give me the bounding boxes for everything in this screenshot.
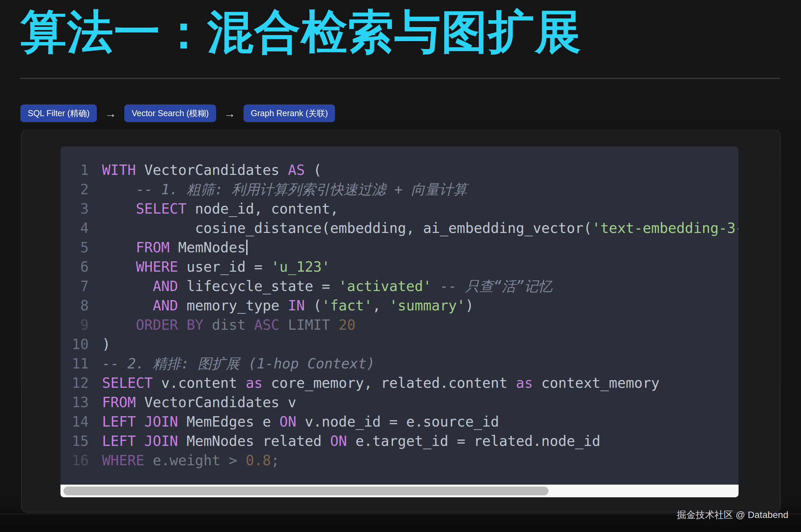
code-line: 1WITH VectorCandidates AS ( — [72, 160, 739, 180]
code-token: ( — [305, 162, 322, 178]
code-token: e.target_id = related.node_id — [347, 433, 601, 449]
code-token: VectorCandidates v — [136, 394, 296, 411]
code-editor[interactable]: 1WITH VectorCandidates AS (2 -- 1. 粗筛: 利… — [60, 147, 739, 497]
code-token — [102, 239, 136, 256]
code-line: 15LEFT JOIN MemNodes related ON e.target… — [72, 432, 739, 451]
code-token: AND — [153, 278, 178, 294]
code-token: node_id, content, — [186, 201, 339, 217]
code-token: 20 — [339, 317, 356, 333]
code-token: as — [245, 375, 262, 391]
code-line: 6 WHERE user_id = 'u_123' — [72, 257, 739, 277]
line-number: 5 — [72, 238, 89, 257]
code-line: 10) — [72, 335, 739, 354]
code-lines: 1WITH VectorCandidates AS (2 -- 1. 粗筛: 利… — [60, 147, 739, 484]
code-token: AND — [153, 297, 178, 314]
code-token: MemEdges e — [178, 414, 279, 430]
code-token: -- 2. 精排: 图扩展 (1-hop Context) — [102, 356, 375, 372]
line-number: 6 — [72, 257, 89, 277]
code-token — [102, 259, 136, 275]
code-token — [136, 433, 144, 449]
code-token: v.content — [153, 375, 245, 391]
line-number: 7 — [72, 277, 89, 296]
code-token: 0.8 — [245, 452, 271, 469]
code-token — [102, 297, 153, 314]
code-line: 2 -- 1. 粗筛: 利用计算列索引快速过滤 + 向量计算 — [72, 180, 739, 199]
slide: 算法一：混合检索与图扩展 SQL Filter (精确)→Vector Sear… — [0, 0, 801, 532]
pipeline-row: SQL Filter (精确)→Vector Search (模糊)→Graph… — [20, 104, 335, 122]
code-token: SELECT — [136, 201, 187, 217]
code-token: JOIN — [144, 433, 178, 449]
code-token: ; — [271, 452, 279, 469]
code-line: 11-- 2. 精排: 图扩展 (1-hop Context) — [72, 354, 739, 374]
code-token: e.weight > — [144, 452, 245, 469]
code-token: BY — [186, 317, 203, 333]
code-token: cosine_distance(embedding, ai_embedding_… — [102, 220, 592, 236]
line-number: 10 — [72, 335, 89, 354]
code-token: WHERE — [102, 452, 144, 469]
code-token: 'text-embedding-3-s — [592, 220, 739, 236]
code-token: FROM — [136, 239, 170, 256]
arrow-right-icon: → — [224, 108, 236, 119]
code-token: ) — [102, 336, 111, 353]
footer-credit: 掘金技术社区 @ Databend — [677, 509, 788, 521]
code-token: LEFT — [102, 433, 136, 449]
title-divider — [20, 78, 780, 79]
code-token — [136, 414, 144, 430]
code-panel: 1WITH VectorCandidates AS (2 -- 1. 粗筛: 利… — [21, 130, 781, 513]
code-token — [432, 278, 440, 294]
code-line: 13FROM VectorCandidates v — [72, 393, 739, 412]
code-token: core_memory, related.content — [262, 375, 516, 391]
horizontal-scrollbar[interactable] — [60, 484, 739, 497]
line-number: 4 — [72, 218, 89, 238]
line-number: 11 — [72, 354, 89, 374]
code-token: , — [372, 297, 389, 314]
code-token: ON — [279, 414, 297, 430]
code-line: 3 SELECT node_id, content, — [72, 199, 739, 218]
page-title: 算法一：混合检索与图扩展 — [20, 6, 582, 58]
code-token: memory_type — [178, 297, 288, 314]
code-line: 14LEFT JOIN MemEdges e ON v.node_id = e.… — [72, 412, 739, 432]
code-line: 8 AND memory_type IN ('fact', 'summary') — [72, 296, 739, 316]
code-token: user_id = — [178, 259, 271, 275]
code-token: MemNodes — [170, 239, 246, 256]
code-token: ASC — [254, 317, 279, 333]
line-number: 14 — [72, 412, 89, 432]
text-cursor — [246, 240, 248, 255]
code-token: as — [516, 375, 533, 391]
line-number: 15 — [72, 432, 89, 451]
code-token: -- 只查“活”记忆 — [440, 278, 552, 294]
code-token: lifecycle_state = — [178, 278, 339, 294]
code-line: 16WHERE e.weight > 0.8; — [72, 451, 739, 470]
code-token: ORDER — [136, 317, 178, 333]
code-token: LEFT — [102, 414, 136, 430]
code-token: ) — [465, 297, 474, 314]
scrollbar-thumb[interactable] — [63, 487, 548, 495]
line-number: 1 — [72, 160, 89, 180]
code-token: LIMIT — [279, 317, 339, 333]
code-token: AS — [288, 162, 305, 178]
code-token: context_memory — [533, 375, 659, 391]
arrow-right-icon: → — [105, 108, 116, 119]
code-token: VectorCandidates — [136, 162, 288, 178]
code-token: 'summary' — [389, 297, 465, 314]
pipeline-step: Graph Rerank (关联) — [243, 104, 335, 122]
code-token: MemNodes related — [178, 433, 330, 449]
code-token — [102, 317, 136, 333]
code-line: 9 ORDER BY dist ASC LIMIT 20 — [72, 316, 739, 335]
line-number: 16 — [72, 451, 89, 470]
code-token: dist — [203, 317, 254, 333]
code-token: -- 1. 粗筛: 利用计算列索引快速过滤 + 向量计算 — [102, 181, 467, 197]
code-token — [102, 278, 153, 294]
code-token: WITH — [102, 162, 136, 178]
code-token: IN — [288, 297, 305, 314]
code-token: v.node_id = e.source_id — [296, 414, 499, 430]
code-token: WHERE — [136, 259, 178, 275]
pipeline-step: SQL Filter (精确) — [20, 104, 97, 122]
code-token: ON — [330, 433, 347, 449]
code-token: 'fact' — [322, 297, 372, 314]
line-number: 9 — [72, 316, 89, 335]
line-number: 8 — [72, 296, 89, 316]
code-token: 'u_123' — [271, 259, 330, 275]
code-token: ( — [305, 297, 322, 314]
code-token — [178, 317, 186, 333]
